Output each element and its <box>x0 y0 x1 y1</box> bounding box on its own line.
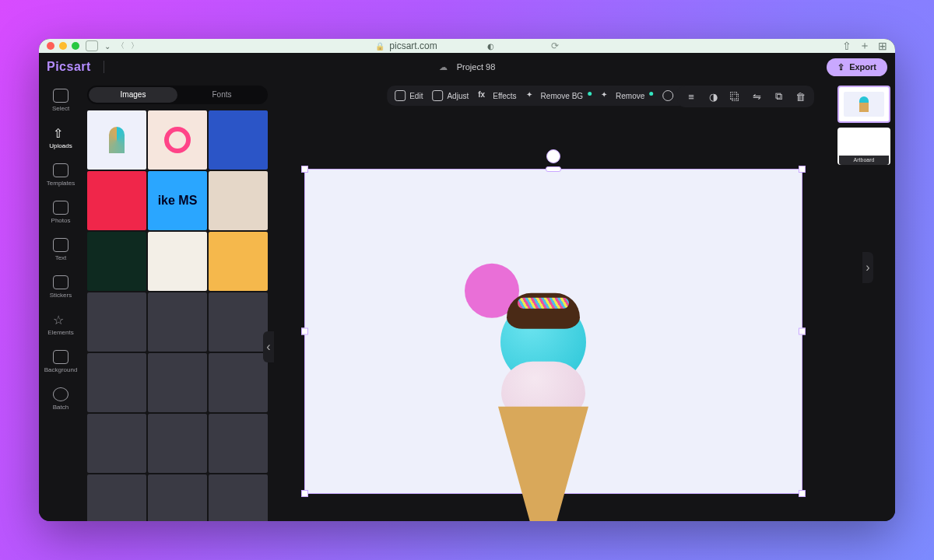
resize-handle[interactable] <box>799 490 806 497</box>
browser-window: ⌄ 〈 〉 ◐ picsart.com ⟳ ⇧ ＋ ⊞ Picsart Proj… <box>39 39 895 521</box>
duplicate-icon[interactable]: ⧉ <box>772 90 785 103</box>
rail-batch[interactable]: Batch <box>44 384 78 414</box>
pages-panel: › Artboard <box>833 81 895 521</box>
page-label: Artboard <box>839 156 889 165</box>
rail-photos[interactable]: Photos <box>44 198 78 227</box>
url-host: picsart.com <box>389 40 437 51</box>
rotate-handle[interactable] <box>546 149 560 163</box>
star-icon <box>53 313 68 327</box>
panel-collapse-right[interactable]: › <box>862 252 873 283</box>
thumb[interactable] <box>209 414 268 473</box>
text-icon <box>53 238 68 252</box>
resize-handle[interactable] <box>301 327 308 334</box>
tool-edit[interactable]: Edit <box>395 90 423 101</box>
artboard[interactable] <box>304 169 802 494</box>
chevron-down-icon[interactable]: ⌄ <box>104 42 111 51</box>
resize-handle[interactable] <box>301 166 308 173</box>
thumb[interactable] <box>209 474 268 521</box>
page-thumbnail[interactable] <box>837 86 890 123</box>
cursor-icon <box>53 89 68 103</box>
thumb[interactable] <box>87 474 146 521</box>
sidebar-toggle-icon[interactable] <box>86 40 98 51</box>
upload-icon <box>53 126 68 140</box>
thumb[interactable] <box>148 474 207 521</box>
delete-icon[interactable]: 🗑 <box>794 90 806 103</box>
share-icon[interactable]: ⇧ <box>842 40 851 52</box>
thumb[interactable] <box>87 171 146 230</box>
thumb[interactable] <box>209 110 268 170</box>
thumb[interactable] <box>87 414 146 473</box>
canvas-area: Edit Adjust fxEffects Remove BG Remove A… <box>274 81 833 521</box>
thumb[interactable] <box>148 414 207 473</box>
thumb[interactable] <box>148 353 207 412</box>
nav-forward-icon[interactable]: 〉 <box>131 40 139 51</box>
thumb[interactable]: ike MS <box>148 171 207 230</box>
ai-badge-icon <box>649 92 653 96</box>
minimize-icon[interactable] <box>59 42 67 50</box>
stage[interactable] <box>274 81 833 521</box>
thumb[interactable] <box>87 292 146 352</box>
thumb[interactable] <box>209 171 268 230</box>
tool-removebg[interactable]: Remove BG <box>526 90 592 101</box>
nav-back-icon[interactable]: 〈 <box>117 40 125 51</box>
opacity-icon[interactable]: ◑ <box>707 90 719 103</box>
adjust-icon <box>432 90 443 101</box>
panel-collapse-left[interactable]: ‹ <box>263 331 274 362</box>
export-button[interactable]: Export <box>827 58 887 76</box>
tool-adjust[interactable]: Adjust <box>432 90 469 101</box>
thumb[interactable] <box>209 292 268 352</box>
thumb[interactable] <box>148 232 207 291</box>
tool-remove[interactable]: Remove <box>601 90 653 101</box>
ai-badge-icon <box>588 92 592 96</box>
tab-fonts[interactable]: Fonts <box>177 87 266 103</box>
thumb[interactable] <box>87 353 146 412</box>
tabs-overview-icon[interactable]: ⊞ <box>878 40 887 52</box>
rail-background[interactable]: Background <box>44 347 78 376</box>
thumb[interactable] <box>148 110 207 170</box>
tool-effects[interactable]: fxEffects <box>478 90 516 101</box>
resize-handle[interactable] <box>546 166 561 172</box>
rail-text[interactable]: Text <box>44 235 78 264</box>
rail-uploads[interactable]: Uploads <box>44 123 78 152</box>
batch-icon <box>53 387 68 401</box>
reload-icon[interactable]: ⟳ <box>551 40 559 51</box>
wand-icon <box>526 90 537 101</box>
page-thumbnail[interactable]: Artboard <box>837 128 890 165</box>
new-tab-icon[interactable]: ＋ <box>859 39 870 53</box>
resize-handle[interactable] <box>799 327 806 334</box>
resize-handle[interactable] <box>799 166 806 173</box>
animation-icon <box>662 90 673 101</box>
rail-select[interactable]: Select <box>44 86 78 115</box>
divider <box>104 61 104 73</box>
app-root: Picsart Project 98 Export Select Uploads… <box>39 53 895 521</box>
panel-tabs: Images Fonts <box>87 86 268 104</box>
uploads-grid: ike MS <box>87 110 268 521</box>
cloud-icon <box>439 62 451 72</box>
rail-stickers[interactable]: Stickers <box>44 272 78 302</box>
thumb[interactable] <box>209 232 268 291</box>
align-icon[interactable]: ≡ <box>685 90 697 103</box>
thumb[interactable] <box>209 353 268 412</box>
background-icon <box>53 350 68 364</box>
tab-images[interactable]: Images <box>89 87 177 103</box>
thumb[interactable] <box>148 292 207 352</box>
close-icon[interactable] <box>47 42 54 50</box>
rail-elements[interactable]: Elements <box>44 310 78 339</box>
maximize-icon[interactable] <box>72 42 79 50</box>
left-rail: Select Uploads Templates Photos Text Sti… <box>39 81 83 521</box>
layer-toolbar: ≡ ◑ ⿻ ⇋ ⧉ 🗑 <box>677 86 814 107</box>
app-logo[interactable]: Picsart <box>47 60 91 74</box>
stickers-icon <box>53 275 68 289</box>
rail-templates[interactable]: Templates <box>44 160 78 190</box>
flip-icon[interactable]: ⇋ <box>750 90 763 103</box>
crop-icon[interactable]: ⿻ <box>729 90 741 103</box>
thumb[interactable] <box>87 232 146 291</box>
resize-handle[interactable] <box>301 490 308 497</box>
eraser-icon <box>601 90 612 101</box>
canvas-image[interactable] <box>500 299 586 385</box>
app-topbar: Picsart Project 98 Export <box>39 53 895 81</box>
project-title[interactable]: Project 98 <box>439 62 496 72</box>
thumb[interactable] <box>87 110 146 170</box>
address-bar[interactable]: picsart.com ⟳ <box>375 40 558 51</box>
uploads-panel: Images Fonts ike MS <box>83 81 274 521</box>
